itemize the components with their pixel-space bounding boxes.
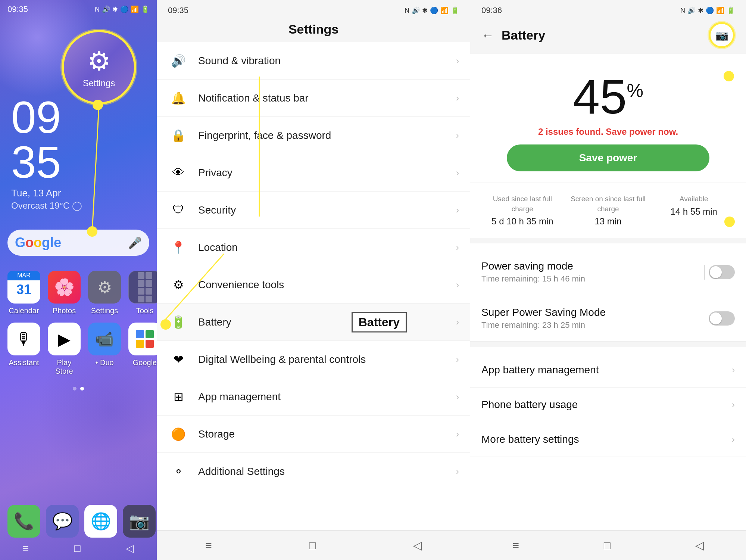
back-button[interactable]: ← xyxy=(481,28,494,43)
phone-battery-usage-arrow: › xyxy=(732,399,735,410)
security-setting-icon: 🛡 xyxy=(168,200,189,221)
convenience-arrow-icon: › xyxy=(456,280,459,290)
settings-item-fingerprint[interactable]: 🔒 Fingerprint, face & password › xyxy=(157,117,470,154)
issues-description: issues found. Save power now. xyxy=(546,127,678,137)
app-grid-row2: 🎙 Assistant ▶ Play Store 📹 • Duo Google xyxy=(0,315,157,376)
phone-icon: 📞 xyxy=(7,505,40,538)
app-item-calendar[interactable]: MAR 31 Calendar xyxy=(7,271,40,315)
power-saving-title: Power saving mode xyxy=(481,260,585,272)
app-item-tools[interactable]: Tools xyxy=(128,271,157,315)
battery-nav-home[interactable]: □ xyxy=(604,539,611,552)
issues-count: 2 xyxy=(538,127,543,137)
duo-label: • Duo xyxy=(95,358,113,367)
settings-item-privacy[interactable]: 👁 Privacy › xyxy=(157,154,470,192)
playstore-icon: ▶ xyxy=(48,323,81,355)
annotation-dot-settings xyxy=(93,100,103,110)
more-battery-settings-item[interactable]: More battery settings › xyxy=(470,422,746,457)
nav-menu[interactable]: ≡ xyxy=(23,542,29,554)
settings-item-storage[interactable]: 🟠 Storage › xyxy=(157,416,470,453)
home-status-icons: N 🔊 ✱ 🔵 📶 🔋 xyxy=(95,5,149,13)
settings-item-sound[interactable]: 🔊 Sound & vibration › xyxy=(157,42,470,80)
digitalwellbeing-arrow-icon: › xyxy=(456,354,459,365)
home-status-time: 09:35 xyxy=(7,4,28,14)
battery-percentage-section: 45% 2 issues found. Save power now. Save… xyxy=(470,54,746,183)
nav-home[interactable]: □ xyxy=(74,542,81,554)
app-item-assistant[interactable]: 🎙 Assistant xyxy=(7,323,40,376)
settings-item-notification[interactable]: 🔔 Notification & status bar › xyxy=(157,80,470,117)
settings-item-additional[interactable]: ⚬ Additional Settings › xyxy=(157,453,470,490)
page-indicator xyxy=(0,387,157,391)
battery-percentage-display: 45% xyxy=(481,72,735,121)
notification-arrow-icon: › xyxy=(456,93,459,103)
super-saving-title: Super Power Saving Mode xyxy=(481,307,606,318)
power-saving-right xyxy=(704,265,735,280)
calendar-icon: MAR 31 xyxy=(7,271,40,304)
settings-status-time: 09:35 xyxy=(168,6,188,15)
power-saving-toggle[interactable] xyxy=(709,265,735,279)
app-battery-management-label: App battery management xyxy=(481,364,599,376)
settings-nav-back[interactable]: ◁ xyxy=(413,539,422,552)
settings-item-battery[interactable]: 🔋 Battery Battery › xyxy=(157,304,470,341)
dock-chrome[interactable]: 🌐 xyxy=(84,505,117,538)
home-screen: 09:35 N 🔊 ✱ 🔵 📶 🔋 ⚙ Settings 09 35 Tue, … xyxy=(0,0,157,560)
b-signal-icon: 📶 xyxy=(716,6,724,15)
convenience-setting-icon: ⚙ xyxy=(168,274,189,295)
home-nav-bar: ≡ □ ◁ xyxy=(0,542,157,554)
bluetooth-icon: ✱ xyxy=(112,5,118,13)
dock-phone[interactable]: 📞 xyxy=(7,505,40,538)
dot-1 xyxy=(73,387,77,391)
battery-status-icons: N 🔊 ✱ 🔵 📶 🔋 xyxy=(680,6,735,15)
battery-nav-menu[interactable]: ≡ xyxy=(512,539,519,552)
mic-icon[interactable]: 🎤 xyxy=(128,236,142,249)
gear-icon: ⚙ xyxy=(87,46,111,77)
assistant-label: Assistant xyxy=(9,358,39,367)
battery-nav-back[interactable]: ◁ xyxy=(695,539,704,552)
stat-screen-on: Screen on since last full charge 13 min xyxy=(567,194,649,227)
battery-setting-label: Battery xyxy=(198,316,456,328)
dock-camera[interactable]: 📷 xyxy=(123,505,156,538)
fingerprint-setting-label: Fingerprint, face & password xyxy=(198,130,456,141)
location-setting-label: Location xyxy=(198,242,456,253)
google-search-bar[interactable]: Google 🎤 xyxy=(7,230,149,256)
nav-back[interactable]: ◁ xyxy=(126,542,134,554)
settings-item-convenience[interactable]: ⚙ Convenience tools › xyxy=(157,266,470,304)
b-bluetooth-icon: ✱ xyxy=(698,6,703,15)
additional-arrow-icon: › xyxy=(456,466,459,477)
additional-setting-label: Additional Settings xyxy=(198,466,456,477)
divider-2 xyxy=(470,342,746,347)
dock-messages[interactable]: 💬 xyxy=(46,505,79,538)
cal-header: MAR xyxy=(7,271,40,280)
app-item-settings[interactable]: ⚙ Settings xyxy=(88,271,121,315)
camera-icon: 📷 xyxy=(123,505,156,538)
phone-battery-usage-item[interactable]: Phone battery usage › xyxy=(470,388,746,422)
settings-item-appmanagement[interactable]: ⊞ App management › xyxy=(157,378,470,416)
tools-grid xyxy=(135,269,155,305)
app-battery-management-item[interactable]: App battery management › xyxy=(470,353,746,388)
battery-screen-title: Battery xyxy=(502,28,545,43)
settings-nav-menu[interactable]: ≡ xyxy=(205,539,212,552)
sound-arrow-icon: › xyxy=(456,56,459,66)
signal-icon: 📶 xyxy=(131,5,139,13)
app-item-photos[interactable]: 🌸 Photos xyxy=(48,271,81,315)
privacy-setting-label: Privacy xyxy=(198,167,456,179)
app-item-duo[interactable]: 📹 • Duo xyxy=(88,323,121,376)
super-saving-toggle[interactable] xyxy=(709,311,735,326)
google-apps-grid xyxy=(132,326,157,352)
settings-nav-home[interactable]: □ xyxy=(309,539,316,552)
home-date: Tue, 13 Apr xyxy=(11,187,146,199)
assistant-icon: 🎙 xyxy=(7,323,40,355)
stat-used-since-label: Used since last full charge xyxy=(481,194,564,214)
save-power-button[interactable]: Save power xyxy=(507,144,709,171)
settings-item-location[interactable]: 📍 Location › xyxy=(157,229,470,266)
app-item-google[interactable]: Google xyxy=(128,323,157,376)
app-item-playstore[interactable]: ▶ Play Store xyxy=(48,323,81,376)
location-setting-icon: 📍 xyxy=(168,237,189,258)
s-wifi-icon: 🔵 xyxy=(430,6,438,15)
settings-item-security[interactable]: 🛡 Security › xyxy=(157,192,470,229)
camera-annotation-icon: 📷 xyxy=(709,22,735,48)
settings-item-digitalwellbeing[interactable]: ❤ Digital Wellbeing & parental controls … xyxy=(157,341,470,378)
b-battery-icon: 🔋 xyxy=(727,6,735,15)
battery-callout-box: Battery xyxy=(352,312,407,332)
super-saving-option[interactable]: Super Power Saving Mode Time remaining: … xyxy=(470,295,746,342)
power-saving-option[interactable]: Power saving mode Time remaining: 15 h 4… xyxy=(470,249,746,295)
